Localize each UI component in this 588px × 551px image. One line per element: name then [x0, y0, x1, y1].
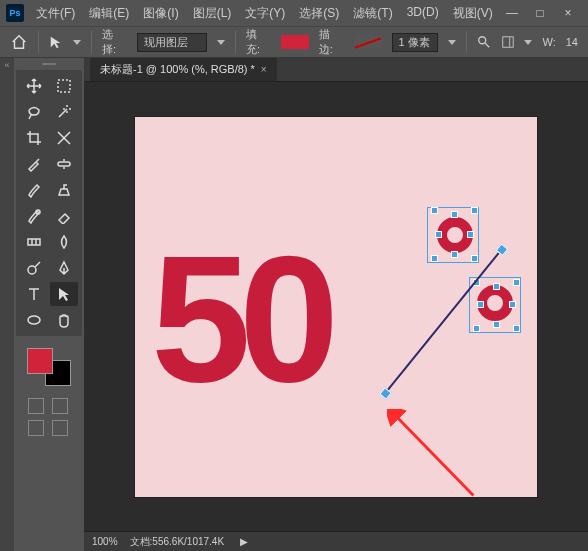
- w-value[interactable]: 14: [566, 36, 578, 48]
- tools-panel: [14, 58, 84, 551]
- anchor-handle[interactable]: [451, 211, 458, 218]
- crop-tool[interactable]: [20, 126, 48, 150]
- options-bar: 选择: 现用图层 填充: 描边: 1 像素 W: 14: [0, 26, 588, 58]
- canvas-area[interactable]: 50: [84, 82, 588, 531]
- menu-layer[interactable]: 图层(L): [189, 3, 236, 24]
- fill-label: 填充:: [246, 27, 271, 57]
- svg-point-0: [478, 37, 485, 44]
- menu-image[interactable]: 图像(I): [139, 3, 182, 24]
- hand-tool[interactable]: [50, 308, 78, 332]
- panel-collapse-column[interactable]: «: [0, 58, 14, 551]
- path-selection-tool[interactable]: [50, 282, 78, 306]
- anchor-handle[interactable]: [509, 301, 516, 308]
- eyedropper-tool[interactable]: [20, 152, 48, 176]
- w-label: W:: [542, 36, 555, 48]
- home-button[interactable]: [10, 33, 28, 51]
- workspace-icon[interactable]: [501, 35, 515, 49]
- menu-view[interactable]: 视图(V): [449, 3, 497, 24]
- anchor-handle[interactable]: [493, 321, 500, 328]
- anchor-handle[interactable]: [471, 207, 478, 214]
- menu-filter[interactable]: 滤镜(T): [349, 3, 396, 24]
- anchor-handle[interactable]: [451, 251, 458, 258]
- home-icon: [10, 33, 28, 51]
- divider: [38, 31, 39, 53]
- svg-line-1: [484, 43, 488, 47]
- menu-3d[interactable]: 3D(D): [403, 3, 443, 24]
- divider: [466, 31, 467, 53]
- work-area: «: [0, 58, 588, 551]
- svg-rect-7: [28, 239, 40, 245]
- healing-brush-tool[interactable]: [50, 152, 78, 176]
- divider: [91, 31, 92, 53]
- screen-mode-toggle[interactable]: [52, 398, 68, 414]
- anchor-handle[interactable]: [467, 231, 474, 238]
- quick-mask-toggle[interactable]: [28, 398, 44, 414]
- extra-toggle-1[interactable]: [28, 420, 44, 436]
- anchor-handle[interactable]: [493, 283, 500, 290]
- svg-point-10: [28, 266, 36, 274]
- magic-wand-tool[interactable]: [50, 100, 78, 124]
- search-icon[interactable]: [477, 35, 491, 49]
- workspace: 未标题-1 @ 100% (%, RGB/8) * × 50: [84, 58, 588, 551]
- close-button[interactable]: ×: [554, 3, 582, 23]
- anchor-handle[interactable]: [513, 279, 520, 286]
- maximize-button[interactable]: □: [526, 3, 554, 23]
- tools-grip[interactable]: [15, 60, 83, 68]
- slice-tool[interactable]: [50, 126, 78, 150]
- document-tab[interactable]: 未标题-1 @ 100% (%, RGB/8) * ×: [90, 58, 277, 81]
- menu-type[interactable]: 文字(Y): [241, 3, 289, 24]
- marquee-tool[interactable]: [50, 74, 78, 98]
- fill-swatch[interactable]: [281, 35, 309, 49]
- app-icon: Ps: [6, 4, 24, 22]
- tool-preset-dropdown[interactable]: [73, 40, 81, 45]
- anchor-handle[interactable]: [473, 325, 480, 332]
- workspace-arrow[interactable]: [524, 40, 532, 45]
- dodge-tool[interactable]: [20, 256, 48, 280]
- gradient-tool[interactable]: [20, 230, 48, 254]
- path-select-tool-icon[interactable]: [49, 35, 63, 49]
- select-label: 选择:: [102, 27, 127, 57]
- anchor-handle[interactable]: [435, 231, 442, 238]
- select-scope-dropdown[interactable]: 现用图层: [137, 33, 207, 52]
- brush-tool[interactable]: [20, 178, 48, 202]
- type-tool[interactable]: [20, 282, 48, 306]
- svg-rect-5: [58, 162, 70, 166]
- anchor-handle[interactable]: [477, 301, 484, 308]
- anchor-handle[interactable]: [431, 255, 438, 262]
- history-brush-tool[interactable]: [20, 204, 48, 228]
- blur-tool[interactable]: [50, 230, 78, 254]
- anchor-handle[interactable]: [513, 325, 520, 332]
- doc-size[interactable]: 文档:556.6K/1017.4K: [130, 535, 225, 549]
- menu-edit[interactable]: 编辑(E): [85, 3, 133, 24]
- mode-buttons: [28, 398, 70, 436]
- svg-line-12: [395, 414, 474, 495]
- annotation-arrow: [387, 409, 483, 505]
- window-controls: — □ ×: [498, 3, 582, 23]
- status-menu-arrow[interactable]: ▶: [240, 536, 248, 547]
- select-scope-arrow[interactable]: [217, 40, 225, 45]
- anchor-handle[interactable]: [431, 207, 438, 214]
- divider: [235, 31, 236, 53]
- ellipse-tool[interactable]: [20, 308, 48, 332]
- move-tool[interactable]: [20, 74, 48, 98]
- tools-grid: [16, 70, 82, 336]
- canvas[interactable]: 50: [135, 117, 537, 497]
- menu-file[interactable]: 文件(F): [32, 3, 79, 24]
- foreground-color[interactable]: [27, 348, 53, 374]
- menu-bar: 文件(F) 编辑(E) 图像(I) 图层(L) 文字(Y) 选择(S) 滤镜(T…: [32, 3, 497, 24]
- clone-stamp-tool[interactable]: [50, 178, 78, 202]
- menu-select[interactable]: 选择(S): [295, 3, 343, 24]
- zoom-level[interactable]: 100%: [92, 536, 118, 547]
- minimize-button[interactable]: —: [498, 3, 526, 23]
- anchor-handle[interactable]: [471, 255, 478, 262]
- lasso-tool[interactable]: [20, 100, 48, 124]
- stroke-swatch[interactable]: [354, 35, 382, 49]
- stroke-width-input[interactable]: 1 像素: [392, 33, 438, 52]
- percent-shape-group[interactable]: [431, 207, 541, 387]
- eraser-tool[interactable]: [50, 204, 78, 228]
- close-tab-icon[interactable]: ×: [261, 64, 267, 75]
- pen-tool[interactable]: [50, 256, 78, 280]
- document-tabbar: 未标题-1 @ 100% (%, RGB/8) * ×: [84, 58, 588, 82]
- stroke-width-arrow[interactable]: [448, 40, 456, 45]
- extra-toggle-2[interactable]: [52, 420, 68, 436]
